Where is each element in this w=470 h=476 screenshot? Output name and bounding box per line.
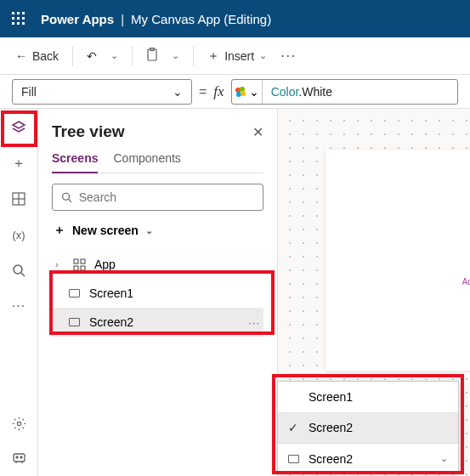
chevron-down-icon: ⌄ (249, 85, 259, 99)
tree-node-screen1[interactable]: Screen1 (52, 279, 263, 308)
settings-rail-button[interactable] (10, 415, 27, 432)
chevron-down-icon: ⌄ (440, 453, 448, 464)
svg-point-24 (16, 456, 18, 458)
svg-rect-6 (12, 22, 14, 25)
popup-item-screen1[interactable]: Screen1 (278, 382, 458, 412)
svg-rect-8 (22, 22, 25, 25)
screen-icon (288, 452, 300, 466)
svg-point-20 (17, 422, 20, 425)
paste-split-button[interactable]: ⌄ (167, 47, 184, 65)
svg-point-11 (235, 88, 241, 93)
formula-value: White (302, 85, 332, 99)
popup-item-screen2-selected[interactable]: ✓ Screen2 (278, 412, 458, 443)
svg-rect-0 (12, 12, 14, 14)
svg-rect-4 (17, 17, 20, 20)
back-label: Back (32, 49, 59, 63)
svg-point-25 (20, 456, 22, 458)
svg-point-12 (240, 87, 245, 92)
paste-button[interactable] (141, 44, 163, 67)
back-button[interactable]: ← Back (10, 46, 64, 66)
search-rail-button[interactable] (10, 262, 27, 279)
layers-icon (11, 120, 26, 135)
ellipsis-icon: ··· (12, 298, 25, 314)
equals-sign: = (199, 84, 207, 99)
divider (132, 46, 133, 66)
formula-input[interactable]: Color.White (263, 85, 341, 99)
new-screen-button[interactable]: ＋ New screen ⌄ (52, 219, 263, 241)
insert-label: Insert (224, 49, 254, 63)
new-screen-label: New screen (72, 224, 139, 237)
formula-input-container: ⌄ Color.White (231, 79, 458, 105)
svg-rect-3 (12, 17, 14, 20)
svg-point-13 (236, 92, 241, 97)
bot-icon (12, 451, 26, 464)
svg-point-14 (241, 91, 246, 96)
title-bar: Power Apps | My Canvas App (Editing) (0, 0, 470, 37)
canvas-hint: Add an item (462, 277, 470, 286)
doc-name: My Canvas App (Editing) (131, 12, 271, 26)
waffle-icon[interactable] (12, 12, 25, 26)
divider (72, 46, 73, 66)
chevron-down-icon: ⌄ (259, 50, 267, 61)
svg-rect-30 (74, 266, 78, 270)
popup-item-label: Screen2 (309, 421, 353, 434)
tree-search[interactable] (52, 184, 263, 211)
svg-rect-31 (81, 266, 85, 270)
data-rail-button[interactable] (10, 190, 27, 207)
tree-node-label: Screen2 (89, 315, 133, 329)
property-selector[interactable]: Fill ⌄ (12, 79, 192, 105)
property-value: Fill (21, 85, 37, 99)
tree-node-screen2[interactable]: Screen2 ··· (52, 308, 263, 337)
tab-components[interactable]: Components (113, 151, 180, 173)
svg-point-26 (63, 193, 70, 200)
tree-node-label: Screen1 (89, 286, 133, 300)
svg-rect-1 (17, 12, 20, 14)
chevron-down-icon: ⌄ (172, 50, 179, 61)
svg-rect-21 (14, 454, 25, 462)
undo-button[interactable]: ↶ (82, 46, 102, 66)
close-panel-button[interactable]: ✕ (252, 124, 263, 140)
insert-rail-button[interactable]: ＋ (10, 155, 27, 172)
svg-rect-5 (22, 17, 25, 20)
variables-rail-button[interactable]: (х) (10, 226, 27, 243)
chevron-down-icon: ⌄ (145, 225, 153, 236)
plus-icon: ＋ (207, 48, 219, 64)
tree-view-rail-button[interactable] (10, 119, 27, 136)
tree-view-title: Tree view (52, 122, 125, 141)
svg-line-27 (69, 199, 71, 201)
popup-item-screen2-expand[interactable]: Screen2 ⌄ (278, 443, 458, 473)
tree-node-app[interactable]: › App (52, 250, 263, 279)
app-name: Power Apps (41, 12, 114, 26)
canvas-artboard[interactable]: Add an item (326, 150, 470, 371)
screen-picker-popup: Screen1 ✓ Screen2 Screen2 ⌄ (277, 381, 459, 474)
command-bar: ← Back ↶ ⌄ ⌄ ＋ Insert ⌄ ··· (0, 37, 470, 75)
formula-bar: Fill ⌄ = fx ⌄ Color.White (0, 75, 470, 109)
left-rail: ＋ (х) ··· (0, 109, 38, 476)
screen-icon (67, 318, 81, 326)
back-arrow-icon: ← (15, 49, 27, 63)
svg-rect-29 (81, 259, 85, 264)
svg-rect-28 (74, 259, 78, 264)
overflow-button[interactable]: ··· (275, 47, 301, 65)
tab-screens[interactable]: Screens (52, 151, 98, 173)
popup-item-label: Screen2 (309, 452, 353, 466)
copilot-icon (234, 85, 247, 99)
search-icon (12, 264, 25, 277)
node-more-button[interactable]: ··· (248, 316, 260, 329)
svg-point-18 (14, 265, 22, 274)
copilot-button[interactable]: ⌄ (232, 80, 263, 104)
tree-tabs: Screens Components (52, 151, 263, 173)
gear-icon (12, 416, 26, 431)
undo-split-button[interactable]: ⌄ (105, 47, 123, 65)
clipboard-icon (146, 48, 158, 64)
search-input[interactable] (79, 190, 254, 204)
plus-icon: ＋ (12, 155, 25, 173)
more-rail-button[interactable]: ··· (10, 298, 27, 314)
check-icon: ✓ (288, 421, 300, 434)
insert-button[interactable]: ＋ Insert ⌄ (202, 45, 272, 67)
chevron-right-icon[interactable]: › (55, 259, 64, 269)
title-separator: | (121, 12, 124, 26)
ask-rail-button[interactable] (10, 449, 27, 466)
tree-view-panel: Tree view ✕ Screens Components ＋ New scr… (38, 109, 278, 476)
fx-icon: fx (213, 83, 224, 100)
